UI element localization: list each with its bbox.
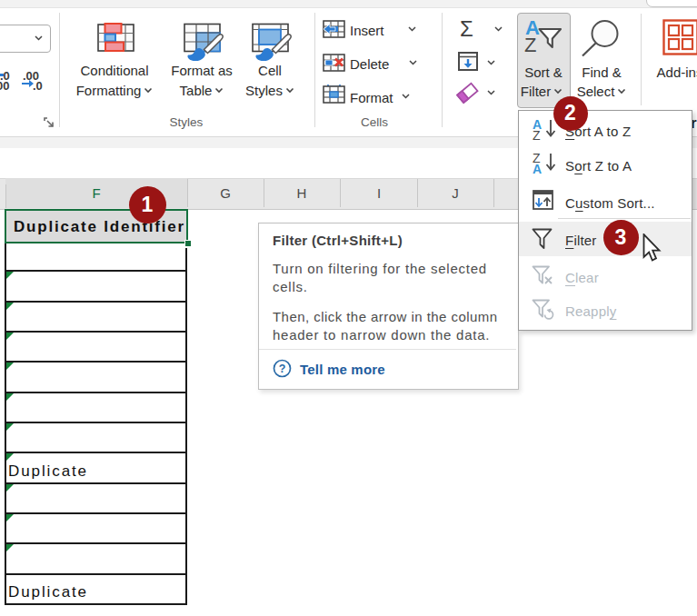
svg-text:?: ? — [279, 363, 286, 375]
